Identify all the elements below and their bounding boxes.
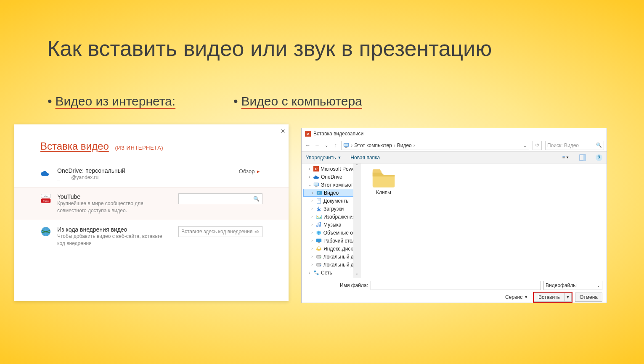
explorer-search-input[interactable]: Поиск: Видео 🔍 bbox=[545, 141, 604, 150]
nav-forward-button[interactable]: → bbox=[313, 142, 321, 148]
filetype-select[interactable]: Видеофайлы⌄ bbox=[543, 281, 602, 290]
scroll-up-icon[interactable]: ˄ bbox=[356, 164, 358, 168]
globe-icon bbox=[40, 226, 51, 237]
insert-dropdown-icon[interactable]: ▼ bbox=[564, 295, 571, 299]
folder-label: Клипы bbox=[369, 190, 398, 195]
svg-rect-10 bbox=[344, 143, 349, 146]
insert-button[interactable]: Вставить ▼ bbox=[534, 293, 572, 302]
tree-item-label: Этот компьютер bbox=[321, 182, 358, 188]
svg-rect-16 bbox=[583, 155, 586, 161]
expand-icon[interactable]: › bbox=[310, 254, 314, 259]
provider-embed-desc: Чтобы добавить видео с веб-сайта, вставь… bbox=[57, 233, 167, 247]
service-menu[interactable]: Сервис ▼ bbox=[505, 294, 528, 300]
close-icon[interactable]: × bbox=[281, 127, 285, 136]
docs-icon bbox=[316, 198, 322, 204]
svg-rect-31 bbox=[316, 238, 321, 242]
provider-youtube-row[interactable]: You Tube YouTube Крупнейшее в мире сообщ… bbox=[14, 187, 289, 221]
tree-item[interactable]: ›Локальный дис bbox=[303, 261, 360, 269]
help-icon[interactable]: ? bbox=[596, 154, 602, 161]
expand-icon[interactable]: › bbox=[310, 214, 314, 219]
svg-rect-12 bbox=[562, 156, 564, 157]
breadcrumb-root[interactable]: Этот компьютер bbox=[354, 142, 392, 148]
scroll-down-icon[interactable]: ˅ bbox=[356, 273, 358, 278]
tree-item[interactable]: ›Изображения bbox=[303, 213, 360, 221]
svg-point-34 bbox=[318, 246, 321, 249]
tree-item[interactable]: ›Яндекс.Диск bbox=[303, 245, 360, 253]
expand-icon[interactable]: ⌄ bbox=[307, 182, 312, 187]
expand-icon[interactable]: › bbox=[307, 166, 312, 171]
yadisk-icon bbox=[316, 246, 322, 252]
address-bar[interactable]: › Этот компьютер › Видео › ⌄ bbox=[341, 141, 529, 150]
tree-item[interactable]: ›Локальный дис bbox=[303, 253, 360, 261]
pc-icon bbox=[343, 142, 349, 148]
view-mode-button[interactable]: ▼ bbox=[562, 154, 570, 161]
tree-item[interactable]: ›Музыка bbox=[303, 221, 360, 229]
tree-item[interactable]: ›Документы bbox=[303, 197, 360, 205]
svg-rect-14 bbox=[562, 158, 564, 158]
nav-back-button[interactable]: ← bbox=[304, 142, 312, 148]
chevron-down-icon: ▼ bbox=[337, 156, 341, 160]
download-icon bbox=[316, 206, 322, 212]
provider-onedrive-title: OneDrive: персональный bbox=[57, 167, 158, 174]
refresh-icon: ⟳ bbox=[535, 142, 539, 148]
expand-icon[interactable]: › bbox=[307, 174, 312, 179]
onedrive-browse-button[interactable]: Обзор ▸ bbox=[236, 167, 262, 175]
provider-onedrive-row[interactable]: OneDrive: персональный _ @yandex.ru Обзо… bbox=[40, 161, 262, 187]
insert-video-dialog: × Вставка видео (ИЗ ИНТЕРНЕТА) OneDrive:… bbox=[14, 124, 289, 301]
nav-up-button[interactable]: ↑ bbox=[332, 142, 339, 148]
youtube-search-input[interactable]: 🔍 bbox=[178, 193, 262, 204]
expand-icon[interactable]: › bbox=[310, 198, 314, 203]
tree-item[interactable]: ›OneDrive bbox=[303, 173, 360, 181]
chevron-down-icon[interactable]: ⌄ bbox=[523, 142, 527, 148]
expand-icon[interactable]: › bbox=[310, 246, 314, 251]
hdd-icon bbox=[316, 254, 322, 260]
expand-icon[interactable]: › bbox=[310, 238, 314, 243]
expand-icon[interactable]: › bbox=[310, 222, 314, 227]
onedrive-icon bbox=[313, 174, 319, 180]
cancel-button[interactable]: Отмена bbox=[575, 293, 602, 302]
breadcrumb-folder[interactable]: Видео bbox=[397, 142, 412, 148]
explorer-tree: ›PMicrosoft PowerP›OneDrive⌄Этот компьют… bbox=[302, 164, 360, 278]
svg-text:Tube: Tube bbox=[43, 200, 49, 202]
video-icon bbox=[316, 190, 322, 196]
expand-icon[interactable]: › bbox=[310, 262, 314, 267]
expand-icon[interactable]: › bbox=[310, 230, 314, 235]
tree-item[interactable]: ›Рабочий стол bbox=[303, 237, 360, 245]
hdd2-icon bbox=[316, 262, 322, 268]
tree-item[interactable]: ›Сеть bbox=[303, 269, 360, 277]
tree-item[interactable]: ›Загрузки bbox=[303, 205, 360, 213]
chevron-right-icon: ▸ bbox=[257, 168, 260, 174]
tree-item-label: Документы bbox=[323, 198, 350, 204]
toolbar-organize[interactable]: Упорядочить ▼ bbox=[306, 155, 341, 161]
svg-point-38 bbox=[320, 265, 321, 266]
svg-rect-21 bbox=[315, 186, 317, 187]
refresh-button[interactable]: ⟳ bbox=[533, 141, 542, 150]
provider-embed-row[interactable]: Из кода внедрения видео Чтобы добавить в… bbox=[40, 220, 262, 253]
filename-input[interactable] bbox=[371, 281, 541, 290]
svg-rect-20 bbox=[314, 183, 318, 185]
tree-item[interactable]: ⌄Этот компьютер bbox=[303, 181, 360, 189]
preview-pane-button[interactable] bbox=[579, 154, 586, 161]
tree-item[interactable]: ›Объемные объ bbox=[303, 229, 360, 237]
chevron-down-icon: ▼ bbox=[524, 295, 528, 299]
nav-recent-button[interactable]: ⌄ bbox=[323, 143, 330, 148]
svg-point-36 bbox=[320, 257, 321, 258]
tree-item[interactable]: ›PMicrosoft PowerP bbox=[303, 165, 360, 173]
folder-item[interactable]: Клипы bbox=[369, 168, 398, 195]
arrow-right-icon: ➪ bbox=[254, 228, 260, 235]
network-icon bbox=[313, 270, 319, 276]
tree-item[interactable]: ›Видео bbox=[303, 189, 360, 197]
bullet-dot: • bbox=[48, 94, 52, 108]
explorer-file-area[interactable]: Клипы bbox=[360, 164, 607, 278]
youtube-icon: You Tube bbox=[40, 193, 51, 204]
expand-icon[interactable]: › bbox=[310, 190, 315, 195]
svg-text:You: You bbox=[44, 195, 48, 197]
expand-icon[interactable]: › bbox=[310, 206, 314, 211]
3d-icon bbox=[316, 230, 322, 236]
tree-item-label: Рабочий стол bbox=[323, 238, 355, 244]
embed-code-input[interactable]: Вставьте здесь код внедрения ➪ bbox=[178, 226, 262, 237]
toolbar-new-folder[interactable]: Новая папка bbox=[350, 155, 380, 161]
expand-icon[interactable]: › bbox=[307, 270, 312, 275]
svg-text:P: P bbox=[315, 167, 317, 171]
tree-scrollbar[interactable]: ˄˅ bbox=[353, 164, 360, 278]
